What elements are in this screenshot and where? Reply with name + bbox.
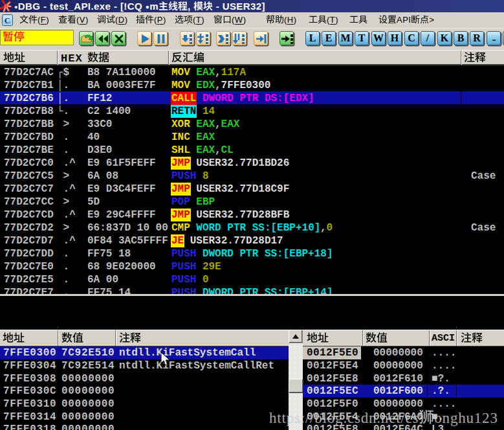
svg-text:C: C — [5, 16, 10, 25]
